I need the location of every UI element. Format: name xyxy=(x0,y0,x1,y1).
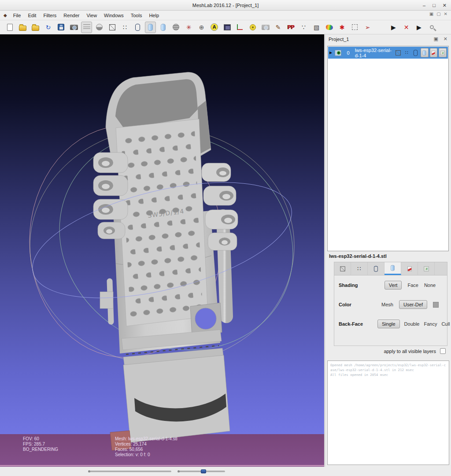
raster-camera-icon[interactable] xyxy=(260,22,271,33)
select-area-icon[interactable] xyxy=(349,22,360,33)
layer-solid-button[interactable] xyxy=(421,48,429,57)
color-userdef-button[interactable]: User-Def xyxy=(399,300,427,309)
menu-item-tools[interactable]: Tools xyxy=(127,12,146,19)
draw-quality-sphere-icon[interactable] xyxy=(170,22,181,33)
tab-decorate[interactable] xyxy=(418,262,435,275)
menu-item-help[interactable]: Help xyxy=(145,12,163,19)
window-controls: – □ ✕ xyxy=(423,0,447,11)
save-snapshot-icon[interactable] xyxy=(55,22,67,33)
render-mode-tabs: ∷ xyxy=(334,262,447,275)
draw-bbox-icon[interactable] xyxy=(107,22,118,33)
mdi-window-controls: ▣ ▢ ✕ xyxy=(429,11,447,16)
move-selection-icon[interactable]: ➢ xyxy=(362,22,373,33)
layer-row[interactable]: ▶ 0 lws-esp32-serial-d-1-4 ∷ xyxy=(328,47,448,59)
expand-caret-icon[interactable]: ▶ xyxy=(329,51,332,55)
layer-wireframe-icon[interactable] xyxy=(412,48,419,57)
search-icon[interactable] xyxy=(426,22,437,33)
tab-bbox[interactable] xyxy=(334,262,351,275)
quality-mapper-icon[interactable] xyxy=(324,22,335,33)
maximize-icon[interactable]: □ xyxy=(433,3,436,8)
hud-faces: Faces: 50,656 xyxy=(115,447,177,452)
tab-solid[interactable] xyxy=(384,262,401,275)
app-logo-icon: ◆ xyxy=(4,13,7,18)
window-titlebar: MeshLab 2016.12 - [Project_1] xyxy=(0,0,451,11)
log-output[interactable]: Opened mesh /home/agreen/projects/esp32/… xyxy=(327,361,449,465)
menu-item-filters[interactable]: Filters xyxy=(40,12,60,19)
play-filter-icon[interactable]: ▶ xyxy=(388,22,399,33)
draw-smooth-shading-icon[interactable] xyxy=(158,22,169,33)
pick-points-icon[interactable]: ∵ xyxy=(298,22,309,33)
apply-all-checkbox[interactable] xyxy=(440,348,446,354)
mdi-restore-icon[interactable]: ▣ xyxy=(429,11,433,16)
tab-wireframe[interactable] xyxy=(368,262,384,275)
color-mesh-button[interactable]: Mesh xyxy=(381,302,393,307)
backface-fancy-button[interactable]: Fancy xyxy=(424,321,437,327)
background-image-icon[interactable] xyxy=(222,22,233,33)
bottom-strip xyxy=(0,467,451,476)
tab-texture[interactable] xyxy=(401,262,418,275)
draw-flat-shading-icon[interactable] xyxy=(145,22,156,33)
draw-points-icon[interactable]: ∷ xyxy=(119,22,130,33)
play-script-icon[interactable]: ▶ xyxy=(414,22,425,33)
globe-icon[interactable] xyxy=(94,22,105,33)
paint-brush-icon[interactable]: ✎ xyxy=(273,22,284,33)
layer-texture-button[interactable] xyxy=(430,48,438,57)
draw-wireframe-icon[interactable] xyxy=(132,22,143,33)
layer-decorate-button[interactable] xyxy=(439,48,447,57)
hud-render-info: FOV: 60 FPS: 285.7 BO_RENDERING xyxy=(23,436,58,452)
show-axis-icon[interactable] xyxy=(234,22,245,33)
open-project-icon[interactable] xyxy=(17,22,28,33)
color-swatch[interactable] xyxy=(433,302,439,308)
bottom-slider-right[interactable] xyxy=(178,471,225,472)
geodesic-icon[interactable]: ✱ xyxy=(336,22,347,33)
mdi-float-icon[interactable]: ▢ xyxy=(436,11,440,16)
close-icon[interactable]: ✕ xyxy=(443,3,447,8)
hud-fov: FOV: 60 xyxy=(23,436,58,442)
log-line: All files opened in 2054 msec xyxy=(330,373,446,378)
menu-item-file[interactable]: File xyxy=(10,12,25,19)
menu-item-edit[interactable]: Edit xyxy=(24,12,40,19)
layer-bbox-icon[interactable] xyxy=(395,48,402,57)
viewport-canvas[interactable]: SW5/D/1/4 xyxy=(0,34,324,467)
tab-points[interactable]: ∷ xyxy=(351,262,368,275)
layer-points-icon[interactable]: ∷ xyxy=(403,48,410,57)
hud-mesh-info: Mesh: lws-esp32-serial-d-1-4.stl Vertice… xyxy=(115,436,177,457)
dock-title: Project_1 xyxy=(329,37,349,42)
main-toolbar: ↻∷✳⊕A✎PP∵▧✱➢▶✕▶ xyxy=(0,20,451,34)
visibility-eye-icon[interactable] xyxy=(335,50,341,56)
menu-item-view[interactable]: View xyxy=(83,12,100,19)
quality-pp-icon[interactable]: PP xyxy=(285,22,296,33)
new-project-icon[interactable] xyxy=(4,22,15,33)
layer-list[interactable]: ▶ 0 lws-esp32-serial-d-1-4 ∷ xyxy=(327,46,449,251)
properties-header: lws-esp32-serial-d-1-4.stl xyxy=(329,253,387,259)
backface-cull-button[interactable]: Cull xyxy=(441,321,450,327)
viewport[interactable]: SW5/D/1/4 xyxy=(0,34,324,467)
select-vertices-icon[interactable]: ▧ xyxy=(311,22,322,33)
axes-star-icon[interactable]: ✳ xyxy=(183,22,194,33)
snapshot-camera-icon[interactable] xyxy=(68,22,79,33)
slider-handle[interactable] xyxy=(201,469,206,473)
backface-single-button[interactable]: Single xyxy=(377,320,400,328)
backface-double-button[interactable]: Double xyxy=(404,321,420,327)
shading-face-button[interactable]: Face xyxy=(407,283,418,288)
bottom-slider-left[interactable] xyxy=(89,471,171,472)
trackball-icon[interactable]: ⊕ xyxy=(196,22,207,33)
shading-none-button[interactable]: None xyxy=(424,283,436,288)
reload-icon[interactable]: ↻ xyxy=(43,22,54,33)
minimize-icon[interactable]: – xyxy=(423,3,425,8)
measure-tape-icon[interactable] xyxy=(247,22,258,33)
hud-mesh-name: Mesh: lws-esp32-serial-d-1-4.stl xyxy=(115,436,177,442)
shading-vert-button[interactable]: Vert xyxy=(384,281,402,290)
dock-close-icon[interactable]: ✕ xyxy=(444,36,447,42)
backface-row: Back-Face Single Double Fancy Cull xyxy=(334,314,447,334)
render-properties: Shading Vert Face None Color Mesh User-D… xyxy=(334,275,447,346)
mdi-close-icon[interactable]: ✕ xyxy=(444,11,447,16)
dock-float-icon[interactable]: ▣ xyxy=(433,36,438,42)
menu-item-windows[interactable]: Windows xyxy=(100,12,127,19)
delete-current-mesh-icon[interactable]: ✕ xyxy=(401,22,412,33)
layer-index: 0 xyxy=(347,50,350,56)
menu-item-render[interactable]: Render xyxy=(60,12,83,19)
import-mesh-icon[interactable] xyxy=(30,22,41,33)
show-layer-dialog-icon[interactable] xyxy=(81,22,92,33)
ambient-occlusion-icon[interactable]: A xyxy=(209,22,220,33)
